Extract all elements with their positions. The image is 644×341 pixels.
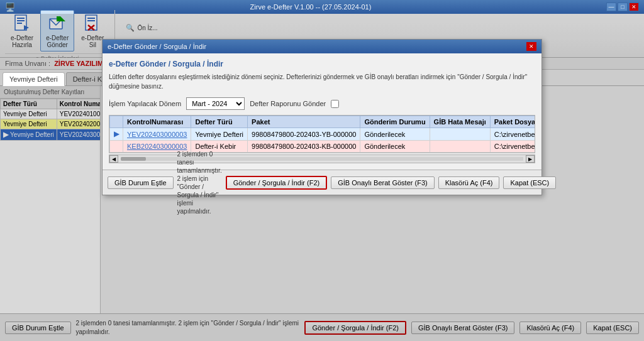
dialog-overlay: e-Defter Gönder / Sorgula / İndir ✕ e-De… xyxy=(0,14,644,341)
dialog-close-button[interactable]: ✕ xyxy=(526,42,536,51)
close-button[interactable]: ✕ xyxy=(629,3,639,11)
period-row: İşlem Yapılacak Dönem Ocak - 2024Şubat -… xyxy=(109,97,535,110)
minimize-button[interactable]: — xyxy=(606,3,616,11)
col-kontrol: KontrolNumarası xyxy=(123,116,191,128)
col-dosya: Paket Dosyası xyxy=(490,116,535,128)
col-hata: GİB Hata Mesajı xyxy=(430,116,490,128)
scroll-left-button[interactable]: ◀ xyxy=(109,155,118,163)
dialog-table: KontrolNumarası Defter Türü Paket Gönder… xyxy=(109,116,535,153)
dialog-gib-onay-button[interactable]: GİB Onaylı Berat Göster (F3) xyxy=(331,176,434,189)
dialog-section-title: e-Defter Gönder / Sorgula / İndir xyxy=(109,60,535,68)
report-label: Defter Raporunu Gönder xyxy=(250,100,326,107)
dialog-footer: GİB Durum Eştle 2 işlemden 0 tanesi tama… xyxy=(103,170,541,195)
dialog-title-bar: e-Defter Gönder / Sorgula / İndir ✕ xyxy=(103,40,541,53)
col-paket: Paket xyxy=(248,116,360,128)
window-controls: — □ ✕ xyxy=(606,3,639,11)
scroll-thumb[interactable] xyxy=(121,157,146,161)
horizontal-scrollbar[interactable]: ◀ ▶ xyxy=(109,154,535,163)
table-row[interactable]: KEB202403000003 Defter-i Kebir 998084798… xyxy=(110,141,536,153)
col-defter: Defter Türü xyxy=(191,116,248,128)
scroll-right-button[interactable]: ▶ xyxy=(526,155,535,163)
scroll-track xyxy=(121,157,523,161)
tab-yevmiye[interactable]: Yevmiye Defteri xyxy=(3,72,65,86)
dialog-gonder-button[interactable]: Gönder / Şorgula / İndir (F2) xyxy=(226,176,328,190)
col-arrow xyxy=(110,116,123,128)
report-checkbox[interactable] xyxy=(331,100,339,108)
dialog-gib-durum-button[interactable]: GİB Durum Eştle xyxy=(108,176,174,189)
dialog-kapat-button[interactable]: Kapat (ESC) xyxy=(503,176,556,189)
dialog-table-wrapper: KontrolNumarası Defter Türü Paket Gönder… xyxy=(109,115,535,153)
dialog-title: e-Defter Gönder / Sorgula / İndir xyxy=(108,43,206,50)
dialog: e-Defter Gönder / Sorgula / İndir ✕ e-De… xyxy=(102,39,542,195)
table-row[interactable]: ▶ YEV202403000003 Yevmiye Defteri 998084… xyxy=(110,128,536,141)
col-gonderim: Gönderim Durumu xyxy=(360,116,430,128)
dialog-description: Lütfen defter dosyalarını eşleştirmek is… xyxy=(109,72,535,91)
period-select[interactable]: Ocak - 2024Şubat - 2024Mart - 2024 xyxy=(186,97,245,110)
maximize-button[interactable]: □ xyxy=(618,3,628,11)
dialog-content: e-Defter Gönder / Sorgula / İndir Lütfen… xyxy=(103,53,541,170)
dialog-klasoru-ac-button[interactable]: Klasörü Aç (F4) xyxy=(438,176,500,189)
period-label: İşlem Yapılacak Dönem xyxy=(109,100,181,107)
